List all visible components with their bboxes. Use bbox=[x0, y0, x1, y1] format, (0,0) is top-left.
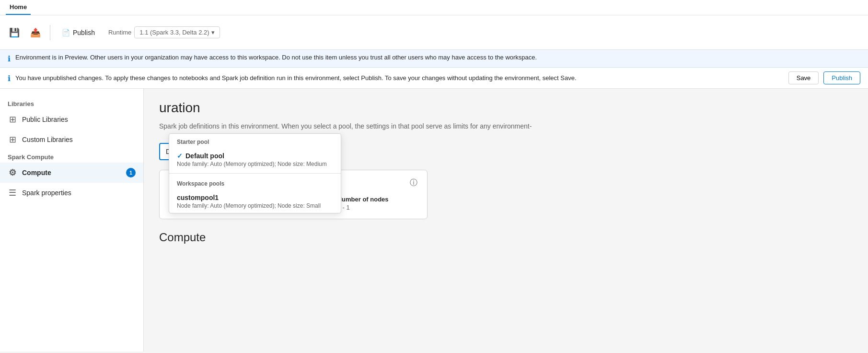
save-button[interactable]: 💾 bbox=[6, 24, 23, 41]
runtime-value: 1.1 (Spark 3.3, Delta 2.2) bbox=[139, 29, 209, 36]
starter-pool-header: Starter pool bbox=[169, 134, 341, 148]
save-icon: 💾 bbox=[9, 27, 20, 38]
content-area: uration Spark job definitions in this en… bbox=[144, 89, 868, 352]
custom-libraries-label: Custom Libraries bbox=[22, 136, 73, 143]
spark-properties-icon: ☰ bbox=[8, 188, 17, 198]
pool-divider bbox=[169, 173, 341, 174]
compute-section-title: Compute bbox=[159, 231, 853, 244]
compute-label: Compute bbox=[22, 169, 51, 176]
home-tab[interactable]: Home bbox=[6, 0, 31, 15]
toolbar-divider bbox=[50, 25, 50, 40]
pool-info-icon[interactable]: ⓘ bbox=[410, 178, 417, 188]
info-icon: ℹ bbox=[8, 54, 11, 63]
main-layout: Libraries ⊞ Public Libraries ⊞ Custom Li… bbox=[0, 89, 868, 352]
export-button[interactable]: 📤 bbox=[27, 24, 44, 41]
sidebar: Libraries ⊞ Public Libraries ⊞ Custom Li… bbox=[0, 89, 144, 352]
changes-message: You have unpublished changes. To apply t… bbox=[15, 74, 784, 82]
preview-banner: ℹ Environment is in Preview. Other users… bbox=[0, 50, 868, 68]
checkmark-icon: ✓ bbox=[177, 152, 183, 160]
sidebar-item-compute[interactable]: ⚙ Compute 1 bbox=[0, 163, 143, 183]
top-nav: Home bbox=[0, 0, 868, 15]
sidebar-item-custom-libraries[interactable]: ⊞ Custom Libraries bbox=[0, 129, 143, 150]
public-libraries-label: Public Libraries bbox=[22, 116, 68, 123]
compute-icon: ⚙ bbox=[8, 167, 17, 178]
workspace-pools-header: Workspace pools bbox=[169, 176, 341, 190]
publish-icon: 📄 bbox=[62, 29, 70, 36]
spark-compute-section-label: Spark Compute bbox=[0, 150, 143, 163]
public-libraries-icon: ⊞ bbox=[8, 114, 17, 125]
pool-dropdown[interactable]: Starter pool ✓ Default pool Node family:… bbox=[169, 133, 341, 213]
content-description: Spark job definitions in this environmen… bbox=[159, 121, 853, 131]
banner-save-button[interactable]: Save bbox=[788, 71, 819, 84]
compute-badge: 1 bbox=[126, 168, 136, 177]
sidebar-item-spark-properties[interactable]: ☰ Spark properties bbox=[0, 183, 143, 203]
custom-libraries-icon: ⊞ bbox=[8, 134, 17, 145]
spark-properties-label: Spark properties bbox=[22, 189, 71, 197]
export-icon: 📤 bbox=[30, 27, 41, 38]
custompool1-desc: Node family: Auto (Memory optimized); No… bbox=[177, 202, 333, 209]
runtime-section: Runtime 1.1 (Spark 3.3, Delta 2.2) ▾ bbox=[108, 26, 220, 38]
node-count-value: 1 - 1 bbox=[337, 204, 417, 211]
publish-label: Publish bbox=[73, 29, 95, 36]
libraries-section-label: Libraries bbox=[0, 96, 143, 109]
toolbar: 💾 📤 📄 Publish Runtime 1.1 (Spark 3.3, De… bbox=[0, 15, 868, 50]
info-icon-2: ℹ bbox=[8, 74, 11, 83]
custompool1-item[interactable]: custompool1 Node family: Auto (Memory op… bbox=[169, 190, 341, 213]
runtime-dropdown[interactable]: 1.1 (Spark 3.3, Delta 2.2) ▾ bbox=[134, 26, 220, 38]
content-title: uration bbox=[159, 100, 853, 116]
node-count-col: Number of nodes 1 - 1 bbox=[337, 196, 417, 211]
changes-banner: ℹ You have unpublished changes. To apply… bbox=[0, 68, 868, 89]
banner-publish-button[interactable]: Publish bbox=[823, 71, 860, 84]
preview-message: Environment is in Preview. Other users i… bbox=[15, 54, 537, 61]
node-count-label: Number of nodes bbox=[337, 196, 417, 203]
default-pool-item[interactable]: ✓ Default pool Node family: Auto (Memory… bbox=[169, 148, 341, 171]
chevron-down-icon: ▾ bbox=[211, 29, 215, 36]
runtime-label: Runtime bbox=[108, 29, 131, 36]
publish-button[interactable]: 📄 Publish bbox=[56, 26, 101, 39]
default-pool-name: ✓ Default pool bbox=[177, 152, 333, 160]
custompool1-name: custompool1 bbox=[177, 194, 333, 201]
sidebar-item-public-libraries[interactable]: ⊞ Public Libraries bbox=[0, 109, 143, 129]
default-pool-desc: Node family: Auto (Memory optimized); No… bbox=[177, 161, 333, 167]
